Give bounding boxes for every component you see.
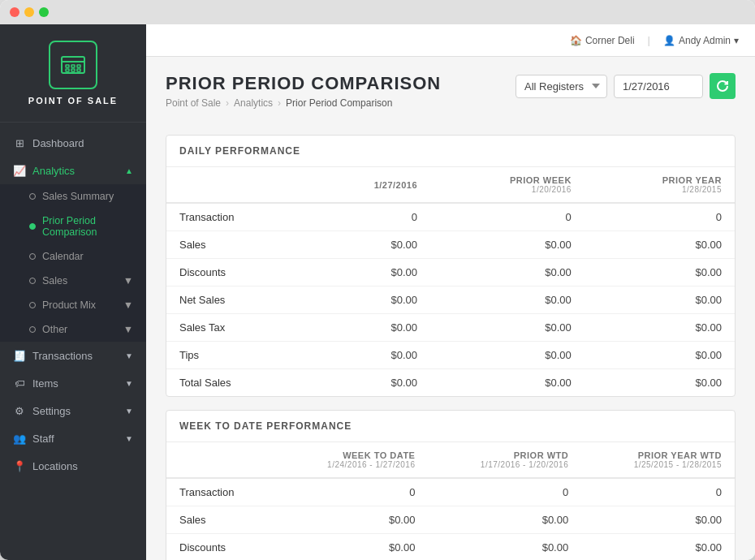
row-prior-week: $0.00	[430, 231, 585, 259]
refresh-button[interactable]	[710, 73, 736, 99]
logo-icon	[49, 41, 97, 89]
main-content: 🏠 Corner Deli | 👤 Andy Admin ▾ PRIOR PER…	[146, 24, 755, 560]
weekly-col-prior-wtd: PRIOR WTD 1/17/2016 - 1/20/2016	[428, 442, 581, 478]
row-label: Discounts	[166, 259, 308, 286]
sidebar-item-label: Analytics	[32, 165, 75, 177]
row-prior-week: 0	[430, 203, 585, 231]
row-prior-week: 0	[428, 478, 581, 506]
chart-icon: 📈	[13, 164, 26, 177]
row-label: Transaction	[166, 203, 308, 231]
sidebar-nav: ⊞ Dashboard 📈 Analytics ▲ Sales Summary	[0, 123, 146, 560]
register-select[interactable]: All Registers All Registers	[516, 75, 607, 98]
row-label: Net Sales	[166, 286, 308, 314]
store-info: 🏠 Corner Deli	[570, 35, 635, 46]
sidebar-item-locations[interactable]: 📍 Locations	[0, 452, 146, 480]
sidebar-subitem-label: Prior Period Comparison	[42, 215, 133, 238]
maximize-button[interactable]	[39, 7, 49, 17]
breadcrumb: Point of Sale › Analytics › Prior Period…	[166, 97, 441, 109]
user-name: Andy Admin	[679, 35, 731, 46]
row-prior-year: $0.00	[585, 259, 735, 286]
pos-icon	[58, 50, 88, 80]
sidebar-item-label: Transactions	[32, 350, 93, 362]
app-window: POINT OF SALE ⊞ Dashboard 📈 Analytics ▲	[0, 0, 755, 560]
table-row: Transaction 0 0 0	[166, 203, 735, 231]
sidebar-subitem-label: Product Mix	[42, 299, 96, 311]
app-body: POINT OF SALE ⊞ Dashboard 📈 Analytics ▲	[0, 24, 755, 560]
row-prior-week: $0.00	[428, 506, 581, 534]
chevron-down-icon: ▼	[123, 299, 133, 311]
daily-section-title: DAILY PERFORMANCE	[166, 136, 735, 167]
page-header: PRIOR PERIOD COMPARISON Point of Sale › …	[166, 73, 441, 109]
chevron-down-icon: ▼	[125, 379, 133, 388]
sidebar-item-product-mix[interactable]: Product Mix ▼	[0, 293, 146, 317]
daily-col-prior-year: PRIOR YEAR 1/28/2015	[585, 167, 735, 203]
table-row: Discounts $0.00 $0.00 $0.00	[166, 534, 735, 561]
row-label: Discounts	[166, 534, 275, 561]
row-current: $0.00	[308, 286, 430, 314]
table-row: Net Sales $0.00 $0.00 $0.00	[166, 286, 735, 314]
close-button[interactable]	[10, 7, 19, 17]
topbar: 🏠 Corner Deli | 👤 Andy Admin ▾	[146, 24, 755, 57]
chevron-down-icon: ▼	[125, 407, 133, 416]
row-prior-year: $0.00	[581, 534, 735, 561]
sidebar-subitem-label: Calendar	[42, 251, 84, 262]
sidebar-item-label: Staff	[32, 433, 54, 445]
sidebar-item-label: Items	[32, 377, 58, 390]
daily-col-current: 1/27/2016	[308, 167, 430, 203]
dot-icon	[29, 193, 36, 200]
sidebar-item-analytics[interactable]: 📈 Analytics ▲	[0, 157, 146, 184]
row-prior-week: $0.00	[430, 369, 585, 397]
breadcrumb-pos: Point of Sale	[166, 97, 221, 109]
sidebar-item-sales[interactable]: Sales ▼	[0, 269, 146, 293]
table-row: Discounts $0.00 $0.00 $0.00	[166, 259, 735, 286]
table-row: Transaction 0 0 0	[166, 478, 735, 506]
traffic-lights	[10, 7, 49, 17]
analytics-subnav: Sales Summary Prior Period Comparison Ca…	[0, 184, 146, 342]
topbar-separator: |	[648, 34, 650, 46]
sidebar-item-items[interactable]: 🏷 Items ▼	[0, 369, 146, 397]
weekly-table: WEEK TO DATE 1/24/2016 - 1/27/2016 PRIOR…	[166, 442, 735, 560]
date-input[interactable]	[614, 75, 703, 98]
dot-icon	[29, 302, 36, 308]
weekly-performance-card: WEEK TO DATE PERFORMANCE WEEK TO DATE 1/…	[166, 410, 736, 560]
weekly-col-prior-year: PRIOR YEAR WTD 1/25/2015 - 1/28/2015	[581, 442, 735, 478]
weekly-col-label	[166, 442, 275, 478]
weekly-section-title: WEEK TO DATE PERFORMANCE	[166, 411, 735, 442]
row-label: Sales Tax	[166, 314, 308, 342]
daily-table: 1/27/2016 PRIOR WEEK 1/20/2016 PRIOR YEA…	[166, 167, 735, 396]
user-dropdown-arrow: ▾	[734, 35, 739, 46]
user-info[interactable]: 👤 Andy Admin ▾	[663, 35, 739, 46]
sidebar-item-dashboard[interactable]: ⊞ Dashboard	[0, 129, 146, 157]
row-current: $0.00	[308, 314, 430, 342]
daily-performance-card: DAILY PERFORMANCE 1/27/2016 PRIOR WEEK 1…	[166, 135, 736, 397]
sidebar-subitem-label: Other	[42, 324, 67, 335]
row-prior-week: $0.00	[428, 534, 581, 561]
row-label: Transaction	[166, 478, 275, 506]
row-prior-year: $0.00	[585, 369, 735, 397]
table-row: Sales $0.00 $0.00 $0.00	[166, 506, 735, 534]
minimize-button[interactable]	[24, 7, 34, 17]
chevron-down-icon: ▼	[123, 275, 133, 286]
sidebar-item-calendar[interactable]: Calendar	[0, 244, 146, 269]
breadcrumb-sep: ›	[226, 97, 229, 109]
sidebar-item-staff[interactable]: 👥 Staff ▼	[0, 424, 146, 452]
row-label: Sales	[166, 231, 308, 259]
gear-icon: ⚙	[13, 404, 26, 417]
weekly-col-current: WEEK TO DATE 1/24/2016 - 1/27/2016	[275, 442, 429, 478]
sidebar: POINT OF SALE ⊞ Dashboard 📈 Analytics ▲	[0, 24, 146, 560]
row-current: $0.00	[275, 534, 429, 561]
sidebar-item-label: Locations	[32, 460, 78, 472]
sidebar-item-sales-summary[interactable]: Sales Summary	[0, 184, 146, 209]
sidebar-item-transactions[interactable]: 🧾 Transactions ▼	[0, 342, 146, 369]
row-label: Total Sales	[166, 369, 308, 397]
table-row: Sales $0.00 $0.00 $0.00	[166, 231, 735, 259]
chevron-up-icon: ▲	[125, 166, 133, 175]
row-prior-year: 0	[585, 203, 735, 231]
sidebar-item-settings[interactable]: ⚙ Settings ▼	[0, 397, 146, 424]
svg-rect-5	[66, 69, 69, 71]
row-prior-week: $0.00	[430, 314, 585, 342]
sidebar-item-prior-period[interactable]: Prior Period Comparison	[0, 209, 146, 244]
sidebar-item-other[interactable]: Other ▼	[0, 317, 146, 342]
row-prior-year: $0.00	[585, 314, 735, 342]
breadcrumb-current: Prior Period Comparison	[286, 97, 392, 109]
